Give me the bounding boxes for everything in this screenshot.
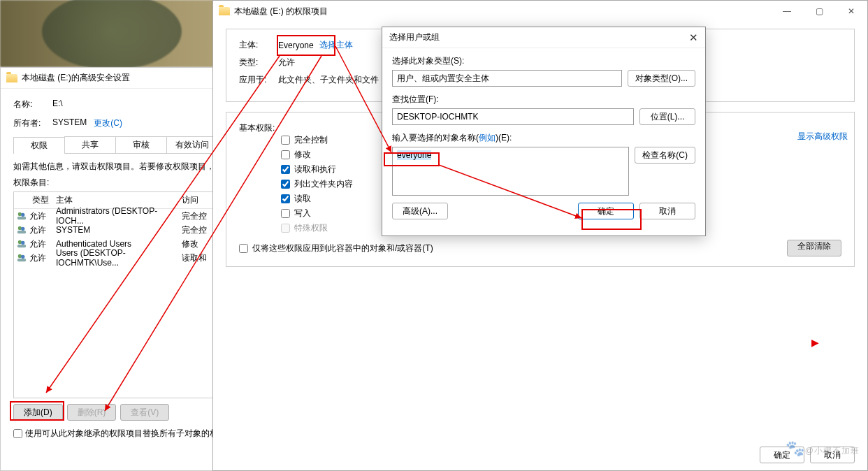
show-advanced-link[interactable]: 显示高级权限 [797,131,848,143]
objtype-button[interactable]: 对象类型(O)... [628,70,695,87]
advanced-button[interactable]: 高级(A)... [392,203,448,219]
svg-rect-8 [17,245,26,247]
owner-value: SYSTEM [52,117,87,129]
svg-point-1 [21,213,24,217]
users-icon [14,253,29,263]
top-cancel-button[interactable]: 取消 [639,203,695,219]
col-access[interactable]: 访问 [182,194,217,206]
window-title: 本地磁盘 (E:)的高级安全设置 [22,72,130,84]
close-button[interactable]: ✕ [835,1,867,22]
loc-button[interactable]: 位置(L)... [639,108,695,125]
svg-rect-5 [17,231,26,233]
subject-label: 主体: [239,39,278,51]
name-label: 名称: [13,99,52,110]
maximize-button[interactable]: ▢ [803,1,835,22]
loc-input[interactable] [392,108,634,125]
tab-share[interactable]: 共享 [64,136,116,153]
users-icon [14,211,29,221]
perm-modify-cb[interactable] [281,150,290,159]
tab-effective[interactable]: 有效访问 [166,136,218,153]
view-button[interactable]: 查看(V) [120,404,169,421]
users-icon [14,239,29,249]
svg-point-3 [18,226,22,230]
select-subject-link[interactable]: 选择主体 [319,39,353,51]
col-type[interactable]: 类型 [14,194,56,206]
add-button[interactable]: 添加(D) [13,404,63,421]
perm-read-cb[interactable] [281,194,290,203]
change-owner-link[interactable]: 更改(C) [94,117,122,129]
replace-label: 使用可从此对象继承的权限项目替换所有子对象的权限 [25,428,226,440]
loc-label: 查找位置(F): [392,94,695,106]
select-user-dialog: 选择用户或组 ✕ 选择此对象类型(S): 对象类型(O)... 查找位置(F):… [382,27,706,236]
type-value: 允许 [278,57,295,68]
apply-value: 此文件夹、子文件夹和文件 [278,74,379,86]
name-value: E:\ [52,99,63,110]
watermark: 🐾@小椰不加班 [786,436,860,458]
replace-checkbox[interactable] [13,429,22,438]
name-label: 输入要选择的对象名称(例如)(E): [392,132,695,144]
clear-all-button[interactable]: 全部清除 [787,240,841,256]
objtype-input[interactable] [392,70,622,87]
svg-point-0 [18,212,22,216]
apply-label: 应用于: [239,74,278,86]
perm-fullcontrol-cb[interactable] [281,136,290,145]
top-title: 选择用户或组 [389,31,440,43]
name-textarea[interactable]: everyone [392,147,629,196]
svg-point-9 [18,254,22,258]
play-icon: ▶ [811,337,819,348]
check-names-button[interactable]: 检查名称(C) [635,147,695,164]
minimize-button[interactable]: — [771,1,803,22]
owner-label: 所有者: [13,117,52,129]
type-label: 类型: [239,57,278,68]
mid-titlebar: 本地磁盘 (E:) 的权限项目 — ▢ ✕ [213,1,867,22]
subject-value: Everyone [278,41,314,50]
users-icon [14,225,29,235]
perm-listfolder-cb[interactable] [281,180,290,189]
svg-rect-2 [17,217,26,219]
svg-point-7 [21,241,24,245]
svg-point-6 [18,240,22,244]
top-ok-button[interactable]: 确定 [578,203,634,219]
col-subject[interactable]: 主体 [56,194,182,206]
remove-button[interactable]: 删除(R) [67,404,117,421]
svg-point-4 [21,227,24,231]
svg-rect-11 [17,259,26,261]
folder-icon [6,74,17,82]
perm-write-cb[interactable] [281,209,290,218]
svg-point-10 [21,255,24,259]
mid-title: 本地磁盘 (E:) 的权限项目 [234,6,328,17]
perm-special-cb [281,224,290,233]
tab-permissions[interactable]: 权限 [13,137,65,154]
folder-icon [219,7,230,15]
objtype-label: 选择此对象类型(S): [392,55,695,67]
close-icon[interactable]: ✕ [689,31,698,44]
perm-readexec-cb[interactable] [281,165,290,174]
tab-audit[interactable]: 审核 [115,136,167,153]
apply-only-cb[interactable] [239,244,248,253]
